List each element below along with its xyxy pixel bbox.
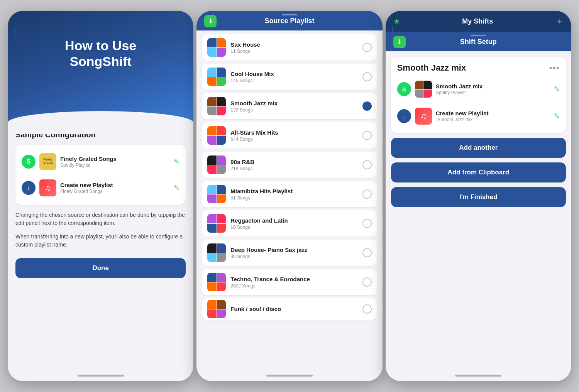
playlist-count-7: 10 Songs [230,225,362,230]
playlist-thumb-4 [207,126,226,145]
star-icon: ★ [393,17,400,26]
playlist-name-4: All-Stars Mix Hits [230,129,362,136]
screen-source-playlist: ⬇ Source Playlist Sax House 11 Songs [196,11,382,381]
dest-name: Create new Playlist [60,182,171,188]
spotify-icon-circle: S [22,155,36,169]
playlist-name-1: Sax House [230,41,362,48]
dl-icon[interactable]: ⬇ [204,15,217,27]
shift-dest-name: Create new Playlist [436,110,551,117]
radio-10[interactable] [362,304,372,314]
radio-2[interactable] [362,72,372,81]
add-another-button[interactable]: Add another [391,138,566,158]
list-item[interactable]: 90s R&B 218 Songs [202,152,377,178]
shift-source-edit-icon[interactable]: ✎ [554,85,560,93]
source-edit-icon[interactable]: ✎ [174,157,179,166]
radio-7[interactable] [362,219,372,228]
plus-icon[interactable]: ＋ [555,15,564,27]
dest-row: ↓ ♫ Create new Playlist Finely Grated So… [22,177,179,199]
list-item[interactable]: Sax House 11 Songs [202,34,377,61]
source-sub: Spotify Playlist [60,162,171,168]
playlist-count-9: 2602 Songs [230,283,362,289]
screen3-header: ⬇ Shift Setup [386,32,571,51]
playlist-thumb-6 [207,185,226,203]
playlist-count-6: 51 Songs [230,195,362,201]
source-text: Finely Grated Songs Spotify Playlist [60,155,171,168]
home-bar [78,375,124,377]
album-thumb-dest: ♫ [39,179,56,196]
source-name: Finely Grated Songs [60,155,171,162]
album-thumb-source: FinelyGrated [39,153,56,170]
list-item[interactable]: Funk / soul / disco [202,298,377,320]
home-indicator-2 [196,370,382,381]
playlist-name-5: 90s R&B [230,159,362,165]
playlist-info-3: Smooth Jazz mix 129 Songs [230,100,362,113]
playlist-name-9: Techno, Trance & Eurodance [230,276,362,282]
playlist-name-8: Deep House- Piano Sax jazz [230,247,362,253]
screen-shift-setup: ★ My Shifts ＋ ⬇ Shift Setup Smooth Jazz … [386,11,571,381]
shift-dest-edit-icon[interactable]: ✎ [554,112,560,120]
screen1-title: How to UseSongShift [19,38,182,69]
list-item[interactable]: Deep House- Piano Sax jazz 99 Songs [202,240,377,266]
radio-1[interactable] [362,43,372,52]
screen3-title: Shift Setup [460,38,497,46]
add-from-clipboard-button[interactable]: Add from Clipboard [391,162,566,182]
screen-howto: How to UseSongShift Sample Configuration… [8,11,193,381]
shift-source-thumb [415,81,432,98]
done-button[interactable]: Done [15,258,186,278]
shift-source-name: Smooth Jazz mix [436,83,551,90]
screen1-header: How to UseSongShift [8,11,193,123]
list-item[interactable]: Smooth Jazz mix 129 Songs [202,93,377,119]
bg-app-title: My Shifts [406,17,549,25]
more-dots-icon[interactable]: ••• [549,64,560,73]
playlist-info-10: Funk / soul / disco [230,306,362,313]
radio-3[interactable] [362,101,372,111]
list-item[interactable]: Reggaeton and Latin 10 Songs [202,210,377,237]
home-indicator-3 [386,370,571,381]
list-item[interactable]: Techno, Trance & Eurodance 2602 Songs [202,269,377,295]
dl-icon-3[interactable]: ⬇ [393,36,406,48]
im-finished-button[interactable]: I'm Finished [391,187,566,207]
list-item[interactable]: Miamibiza Hits Playlist 51 Songs [202,181,377,207]
radio-9[interactable] [362,277,372,287]
playlist-name-3: Smooth Jazz mix [230,100,362,106]
screen1-body: Sample Configuration S FinelyGrated Fine… [8,123,193,370]
playlist-info-5: 90s R&B 218 Songs [230,159,362,171]
bg-app-bar: ★ My Shifts ＋ [386,11,571,32]
shift-card: Smooth Jazz mix ••• S Smooth Jazz mix Sp… [391,57,566,133]
playlist-count-4: 644 Songs [230,137,362,142]
playlist-thumb-9 [207,273,226,291]
shift-dest-row: ↓ ♫ Create new Playlist "Smooth Jazz mix… [397,105,560,127]
home-bar-3 [455,375,501,377]
radio-4[interactable] [362,131,372,140]
playlist-thumb-10 [207,300,226,318]
playlist-name-2: Cool House Mix [230,71,362,77]
dest-edit-icon[interactable]: ✎ [174,184,179,192]
playlist-thumb-5 [207,155,226,174]
drag-handle-3 [471,35,486,36]
playlist-thumb-2 [207,68,226,86]
shift-source-sub: Spotify Playlist [436,90,551,95]
playlist-thumb-8 [207,243,226,262]
config-card: S FinelyGrated Finely Grated Songs Spoti… [15,145,186,205]
list-item[interactable]: Cool House Mix 145 Songs [202,64,377,90]
playlist-count-1: 11 Songs [230,49,362,54]
list-item[interactable]: All-Stars Mix Hits 644 Songs [202,122,377,149]
radio-6[interactable] [362,189,372,199]
shift-dest-text: Create new Playlist "Smooth Jazz mix" [436,110,551,122]
playlist-name-10: Funk / soul / disco [230,306,362,312]
radio-5[interactable] [362,160,372,169]
dest-text: Create new Playlist Finely Grated Songs [60,182,171,194]
source-row: S FinelyGrated Finely Grated Songs Spoti… [22,151,179,172]
radio-8[interactable] [362,248,372,257]
playlist-thumb-3 [207,97,226,115]
drag-handle [282,14,297,15]
shift-spotify-icon: S [397,82,411,96]
shift-dest-thumb: ♫ [415,108,432,125]
playlist-info-1: Sax House 11 Songs [230,41,362,54]
screen2-title: Source Playlist [264,17,314,25]
screen2-header: ⬇ Source Playlist [196,11,382,30]
shift-connector-line [392,26,393,38]
download-icon-circle: ↓ [22,181,36,195]
playlist-info-9: Techno, Trance & Eurodance 2602 Songs [230,276,362,289]
shift-card-title: Smooth Jazz mix ••• [397,63,560,73]
